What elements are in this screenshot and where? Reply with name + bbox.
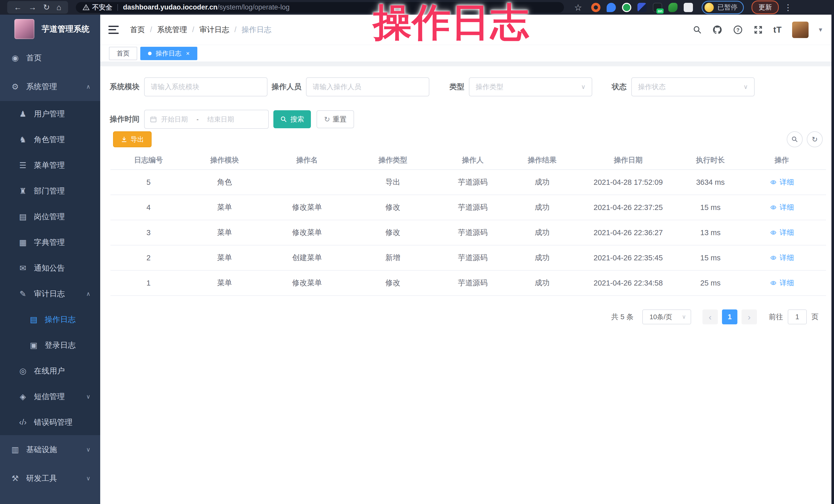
sidebar-item-operate-log[interactable]: ▤操作日志 (0, 307, 100, 332)
sidebar-item-online-user[interactable]: ◎在线用户 (0, 358, 100, 384)
sidebar-item-dict-mgmt[interactable]: ▦字典管理 (0, 229, 100, 255)
extensions-row: on (591, 3, 693, 12)
table-toolbar: 导出 ↻ (113, 131, 823, 147)
sidebar-item-infrastructure[interactable]: ▥基础设施∨ (0, 435, 100, 464)
table-header-row: 日志编号操作模块操作名操作类型操作人操作结果操作日期执行时长操作 (110, 151, 826, 170)
table-row[interactable]: 5 角色 导出 芋道源码 成功 2021-04-28 17:52:09 3634… (110, 170, 826, 195)
header-actions: ? tT ▾ (693, 22, 822, 38)
refresh-table-button[interactable]: ↻ (807, 131, 823, 147)
extension-blue-pin-icon[interactable] (607, 3, 616, 12)
browser-update-button[interactable]: 更新 (751, 1, 779, 14)
table-row[interactable]: 1 菜单 修改菜单 修改 芋道源码 成功 2021-04-26 22:34:58… (110, 270, 826, 295)
chevron-left-icon: ‹ (709, 312, 711, 322)
sidebar-item-notice[interactable]: ✉通知公告 (0, 255, 100, 281)
user-avatar[interactable] (792, 22, 809, 38)
chevron-up-icon: ∧ (86, 290, 90, 298)
extension-switch-icon[interactable]: on (653, 3, 662, 12)
help-icon[interactable]: ? (733, 25, 743, 35)
breadcrumb-item[interactable]: 首页 (130, 25, 145, 35)
page-size-select[interactable]: 10条/页 ∨ (642, 309, 691, 324)
table-row[interactable]: 4 菜单 修改菜单 修改 芋道源码 成功 2021-04-26 22:37:25… (110, 195, 826, 220)
sidebar-item-home[interactable]: ◉首页 (0, 43, 100, 72)
sidebar-item-sms-mgmt[interactable]: ◈短信管理∨ (0, 384, 100, 410)
gear-icon: ⚙ (9, 82, 21, 91)
detail-link[interactable]: 详细 (769, 202, 794, 212)
tab-home[interactable]: 首页 (109, 47, 137, 60)
extension-orange-ring-icon[interactable] (591, 3, 600, 12)
detail-link[interactable]: 详细 (769, 278, 794, 288)
sidebar-item-label: 用户管理 (34, 109, 65, 119)
security-warning[interactable]: 不安全 (83, 3, 112, 12)
breadcrumb: 首页/系统管理/审计日志/操作日志 (130, 25, 271, 35)
back-icon[interactable]: ← (14, 3, 22, 11)
tab-operate-log[interactable]: 操作日志 × (140, 47, 197, 60)
reload-icon[interactable]: ↻ (43, 3, 50, 11)
time-label: 操作时间 (110, 114, 139, 125)
fullscreen-icon[interactable] (753, 25, 763, 35)
forward-icon[interactable]: → (28, 3, 37, 11)
next-page-button[interactable]: › (742, 309, 757, 324)
sidebar-item-dept-mgmt[interactable]: ♜部门管理 (0, 178, 100, 204)
app-title: 芋道管理系统 (42, 24, 89, 35)
filter-row-2: 操作时间 开始日期 - 结束日期 搜索 ↻ 重置 (110, 110, 354, 129)
collapse-sidebar-icon[interactable] (108, 26, 119, 34)
search-button[interactable]: 搜索 (273, 110, 311, 128)
current-page-button[interactable]: 1 (722, 309, 738, 324)
detail-link[interactable]: 详细 (769, 228, 794, 238)
bookmark-star-icon[interactable]: ☆ (574, 2, 582, 13)
app-logo-row[interactable]: 芋道管理系统 (0, 15, 100, 43)
close-tab-icon[interactable]: × (186, 50, 190, 57)
column-header: 操作名 (263, 151, 351, 170)
table-row[interactable]: 3 菜单 修改菜单 修改 芋道源码 成功 2021-04-26 22:36:27… (110, 220, 826, 245)
chevron-down-icon: ∨ (86, 393, 90, 400)
download-icon (121, 136, 128, 143)
sidebar-item-system-mgmt[interactable]: ⚙系统管理∧ (0, 72, 100, 101)
emoji-avatar-icon (704, 3, 714, 12)
sidebar-item-label: 研发工具 (26, 473, 57, 484)
window-scrollbar[interactable] (831, 15, 834, 504)
detail-link[interactable]: 详细 (769, 253, 794, 263)
font-size-icon[interactable]: tT (773, 25, 782, 35)
extension-green-circle-icon[interactable] (622, 3, 631, 12)
breadcrumb-item[interactable]: 系统管理 (157, 25, 187, 35)
sidebar-item-role-mgmt[interactable]: ♞角色管理 (0, 127, 100, 152)
sidebar-item-post-mgmt[interactable]: ▤岗位管理 (0, 204, 100, 229)
status-label: 状态 (612, 82, 627, 92)
toggle-search-button[interactable] (787, 131, 803, 147)
shield-icon: ◈ (17, 392, 29, 401)
github-icon[interactable] (712, 25, 723, 35)
column-header: 操作日期 (573, 151, 683, 170)
search-icon[interactable] (693, 25, 702, 35)
browser-menu-icon[interactable]: ⋮ (784, 3, 792, 12)
sidebar-item-dev-tools[interactable]: ⚒研发工具∨ (0, 464, 100, 493)
export-button[interactable]: 导出 (113, 131, 152, 147)
goto-page-input[interactable] (788, 309, 807, 324)
breadcrumb-item[interactable]: 审计日志 (199, 25, 229, 35)
sidebar-item-label: 短信管理 (34, 391, 65, 402)
operator-input[interactable] (306, 78, 429, 96)
table-row[interactable]: 2 菜单 创建菜单 新增 芋道源码 成功 2021-04-26 22:35:45… (110, 245, 826, 270)
monitor-icon: ▥ (9, 445, 21, 454)
prev-page-button[interactable]: ‹ (702, 309, 718, 324)
sidebar-item-label: 首页 (26, 53, 42, 63)
sidebar-item-menu-mgmt[interactable]: ☰菜单管理 (0, 152, 100, 178)
type-label: 类型 (449, 82, 464, 92)
search-icon (791, 136, 798, 143)
module-input[interactable] (144, 78, 267, 96)
extension-green-leaf-icon[interactable] (668, 3, 678, 12)
paused-profile-pill[interactable]: 已暂停 (702, 1, 744, 14)
type-select[interactable]: 操作类型 ∨ (469, 78, 592, 96)
date-range-picker[interactable]: 开始日期 - 结束日期 (144, 110, 269, 129)
sidebar: 芋道管理系统 ◉首页⚙系统管理∧♟用户管理♞角色管理☰菜单管理♜部门管理▤岗位管… (0, 15, 100, 504)
sidebar-item-audit-log[interactable]: ✎审计日志∧ (0, 281, 100, 307)
extension-blue-gem-icon[interactable] (637, 3, 647, 12)
home-icon[interactable]: ⌂ (57, 3, 61, 11)
status-select[interactable]: 操作状态 ∨ (631, 78, 754, 96)
sidebar-item-error-code-mgmt[interactable]: ‹/›错误码管理 (0, 410, 100, 435)
detail-link[interactable]: 详细 (769, 177, 794, 187)
sidebar-item-user-mgmt[interactable]: ♟用户管理 (0, 101, 100, 127)
reset-button[interactable]: ↻ 重置 (316, 110, 354, 128)
avatar-caret-down-icon[interactable]: ▾ (819, 26, 822, 34)
extensions-puzzle-icon[interactable] (684, 3, 693, 12)
sidebar-item-login-log[interactable]: ▣登录日志 (0, 332, 100, 358)
